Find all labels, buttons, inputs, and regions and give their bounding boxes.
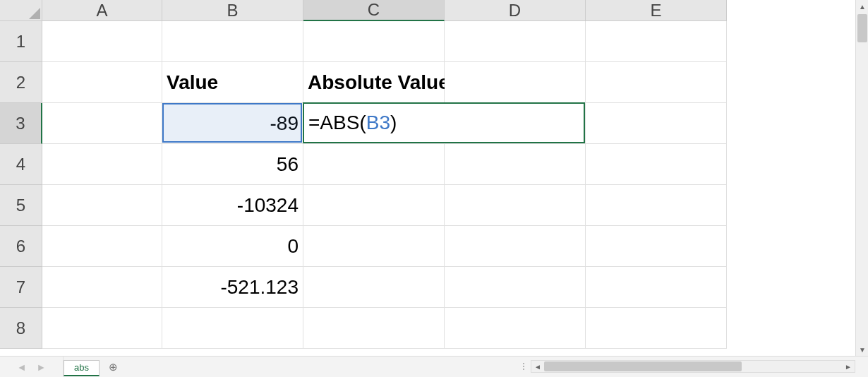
scroll-right-button[interactable]: ►: [842, 361, 855, 372]
cell-D7[interactable]: [445, 267, 586, 308]
select-all-corner[interactable]: [0, 0, 42, 21]
formula-reference: B3: [366, 112, 390, 134]
cell-D4[interactable]: [445, 144, 586, 185]
formula-suffix: ): [390, 112, 397, 134]
row-header-1[interactable]: 1: [0, 21, 42, 62]
tab-scroll-split-grip[interactable]: [521, 357, 526, 376]
column-header-B[interactable]: B: [162, 0, 303, 21]
cell-E7[interactable]: [586, 267, 727, 308]
spreadsheet-area: ABCDE 12345678 ValueAbsolute Value-8956-…: [0, 0, 868, 356]
row-header-8[interactable]: 8: [0, 308, 42, 349]
cell-B3[interactable]: -89: [162, 103, 303, 144]
cell-D6[interactable]: [445, 226, 586, 267]
cell-C1[interactable]: [303, 21, 445, 62]
column-header-D[interactable]: D: [445, 0, 586, 21]
horizontal-scroll-thumb[interactable]: [544, 361, 742, 371]
cell-A3[interactable]: [42, 103, 162, 144]
add-sheet-button[interactable]: ⊕: [105, 359, 122, 376]
cell-A5[interactable]: [42, 185, 162, 226]
cell-A1[interactable]: [42, 21, 162, 62]
row-headers: 12345678: [0, 21, 42, 349]
vertical-scroll-thumb[interactable]: [857, 14, 867, 42]
cell-C6[interactable]: [303, 226, 445, 267]
sheet-nav-next-icon: ►: [37, 361, 47, 373]
sheet-nav-prev-icon: ◄: [17, 361, 27, 373]
horizontal-scrollbar[interactable]: ◄ ►: [531, 360, 855, 373]
sheet-tab-active[interactable]: abs: [64, 360, 100, 376]
cell-E3[interactable]: [586, 103, 727, 144]
cell-B7[interactable]: -521.123: [162, 267, 303, 308]
plus-icon: ⊕: [109, 361, 118, 373]
cell-D1[interactable]: [445, 21, 586, 62]
sheet-tab-bar: ◄ ► abs ⊕ ◄ ►: [0, 356, 868, 377]
scroll-left-button[interactable]: ◄: [531, 361, 544, 372]
cell-D8[interactable]: [445, 308, 586, 349]
cell-B6[interactable]: 0: [162, 226, 303, 267]
cell-E1[interactable]: [586, 21, 727, 62]
column-headers: ABCDE: [42, 0, 727, 21]
cell-E6[interactable]: [586, 226, 727, 267]
cell-A6[interactable]: [42, 226, 162, 267]
cell-B4[interactable]: 56: [162, 144, 303, 185]
cell-E4[interactable]: [586, 144, 727, 185]
row-header-7[interactable]: 7: [0, 267, 42, 308]
cell-A8[interactable]: [42, 308, 162, 349]
cell-D2[interactable]: [445, 62, 586, 103]
cell-A7[interactable]: [42, 267, 162, 308]
cell-E5[interactable]: [586, 185, 727, 226]
row-header-5[interactable]: 5: [0, 185, 42, 226]
cell-C7[interactable]: [303, 267, 445, 308]
cell-B8[interactable]: [162, 308, 303, 349]
horizontal-scroll-track[interactable]: [544, 361, 842, 372]
row-header-2[interactable]: 2: [0, 62, 42, 103]
row-header-3[interactable]: 3: [0, 103, 42, 144]
column-header-C[interactable]: C: [303, 0, 445, 21]
active-cell-editor[interactable]: =ABS(B3): [303, 102, 585, 143]
cell-C2[interactable]: Absolute Value: [303, 62, 445, 103]
column-header-A[interactable]: A: [42, 0, 162, 21]
cell-A2[interactable]: [42, 62, 162, 103]
cell-D5[interactable]: [445, 185, 586, 226]
cell-grid: ValueAbsolute Value-8956-103240-521.123: [42, 21, 727, 349]
vertical-scrollbar[interactable]: ▲ ▼: [855, 0, 868, 356]
formula-prefix: =ABS(: [308, 112, 366, 134]
cell-B5[interactable]: -10324: [162, 185, 303, 226]
horizontal-scroll-zone: ◄ ►: [521, 356, 855, 377]
scroll-down-button[interactable]: ▼: [856, 343, 868, 356]
cell-B2[interactable]: Value: [162, 62, 303, 103]
cell-A4[interactable]: [42, 144, 162, 185]
sheet-nav-arrows[interactable]: ◄ ►: [0, 357, 64, 378]
cell-E2[interactable]: [586, 62, 727, 103]
cell-C8[interactable]: [303, 308, 445, 349]
cell-C4[interactable]: [303, 144, 445, 185]
column-header-E[interactable]: E: [586, 0, 727, 21]
cell-B1[interactable]: [162, 21, 303, 62]
sheet-tab-label: abs: [74, 362, 89, 373]
cell-C5[interactable]: [303, 185, 445, 226]
row-header-6[interactable]: 6: [0, 226, 42, 267]
row-header-4[interactable]: 4: [0, 144, 42, 185]
scroll-up-button[interactable]: ▲: [856, 0, 868, 13]
cell-E8[interactable]: [586, 308, 727, 349]
